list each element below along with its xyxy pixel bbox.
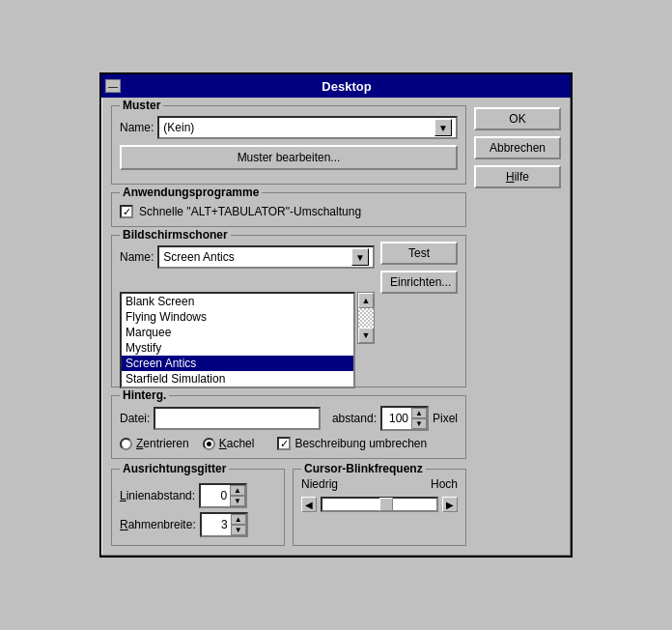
rahmenbreite-spinner[interactable]: ▲ ▼ (231, 514, 246, 535)
beschreibung-row: ✓ Beschreibung umbrechen (277, 437, 427, 450)
bildschirmschoner-group: Bildschirmschoner Name: Screen Antics ▼ (111, 235, 466, 387)
left-panel: Muster Name: (Kein) ▼ Muster bearbeiten.… (111, 105, 466, 546)
niedrig-hoch-labels: Niedrig Hoch (301, 477, 458, 491)
muster-name-select[interactable]: (Kein) ▼ (157, 116, 458, 139)
cursor-blinkfrequenz-group: Cursor-Blinkfrequenz Niedrig Hoch ◀ ▶ (293, 469, 466, 546)
muster-name-row: Name: (Kein) ▼ (120, 116, 458, 139)
cursor-blinkfrequenz-label: Cursor-Blinkfrequenz (301, 462, 426, 475)
abstand-label: abstand: (332, 412, 377, 425)
alt-tab-label: Schnelle "ALT+TABULATOR"-Umschaltung (139, 205, 361, 218)
kachel-radio[interactable] (203, 438, 215, 450)
ok-button[interactable]: OK (474, 107, 561, 130)
screensaver-name-select[interactable]: Screen Antics ▼ (157, 245, 375, 269)
alt-tab-row: ✓ Schnelle "ALT+TABULATOR"-Umschaltung (120, 205, 458, 218)
dropdown-item-blank[interactable]: Blank Screen (122, 294, 353, 309)
abstand-value: 100 (382, 411, 411, 426)
spin-down-rahmen[interactable]: ▼ (231, 525, 246, 535)
linienabstand-input[interactable]: 0 ▲ ▼ (199, 483, 247, 508)
bottom-section: Ausrichtungsgitter Linienabstand: 0 ▲ ▼ … (111, 469, 466, 546)
linienabstand-label: Linienabstand: (120, 489, 195, 502)
muster-group: Muster Name: (Kein) ▼ Muster bearbeiten.… (111, 105, 466, 185)
test-button[interactable]: Test (380, 242, 458, 265)
spin-down-linien[interactable]: ▼ (230, 496, 245, 506)
dropdown-item-starfield[interactable]: Starfield Simulation (122, 371, 353, 387)
spin-up-rahmen[interactable]: ▲ (231, 514, 246, 525)
window-body: Muster Name: (Kein) ▼ Muster bearbeiten.… (101, 98, 571, 556)
slider-left-btn[interactable]: ◀ (301, 497, 317, 512)
bildschirmschoner-label: Bildschirmschoner (120, 228, 231, 242)
right-buttons-panel: OK Abbrechen Hilfe (474, 105, 561, 546)
spin-up[interactable]: ▲ (411, 408, 427, 418)
muster-name-label: Name: (120, 121, 154, 134)
screensaver-dropdown-arrow[interactable]: ▼ (351, 248, 369, 266)
position-row: Zentrieren Kachel ✓ Beschreibung umbrech… (120, 437, 458, 450)
slider-right-btn[interactable]: ▶ (442, 497, 458, 512)
niedrig-label: Niedrig (301, 477, 338, 491)
einrichten-button[interactable]: Einrichten... (380, 271, 458, 294)
hilfe-button[interactable]: Hilfe (474, 165, 561, 188)
title-bar: — Desktop (101, 74, 571, 98)
alt-tab-checkbox[interactable]: ✓ (120, 205, 133, 218)
datei-label: Datei: (120, 412, 150, 425)
rahmenbreite-label: Rahmenbreite: (120, 518, 196, 531)
cursor-slider-container[interactable]: ◀ ▶ (301, 497, 458, 512)
screensaver-dropdown[interactable]: Blank Screen Flying Windows Marquee Myst… (120, 292, 355, 388)
beschreibung-checkbox[interactable]: ✓ (277, 437, 291, 450)
linienabstand-value: 0 (201, 488, 230, 503)
screensaver-name-label: Name: (120, 250, 154, 264)
abstand-spinner[interactable]: ▲ ▼ (411, 408, 427, 429)
zentrieren-option[interactable]: Zentrieren (120, 437, 189, 450)
anwendungsprogramme-group: Anwendungsprogramme ✓ Schnelle "ALT+TABU… (111, 192, 466, 227)
kachel-option[interactable]: Kachel (203, 437, 255, 450)
dropdown-item-marquee[interactable]: Marquee (122, 325, 353, 340)
pixel-label: Pixel (433, 412, 458, 425)
muster-name-value: (Kein) (163, 121, 194, 134)
spin-down[interactable]: ▼ (411, 418, 427, 429)
desktop-dialog: — Desktop Muster Name: (Kein) ▼ Muster b… (99, 72, 573, 558)
scroll-up-btn[interactable]: ▲ (358, 293, 374, 308)
screensaver-scrollbar[interactable]: ▲ ▼ (357, 292, 375, 344)
linienabstand-spinner[interactable]: ▲ ▼ (230, 485, 245, 506)
abstand-row: abstand: 100 ▲ ▼ Pixel (332, 406, 458, 431)
abstand-input[interactable]: 100 ▲ ▼ (380, 406, 429, 431)
rahmenbreite-input[interactable]: 3 ▲ ▼ (200, 512, 248, 537)
zentrieren-label: Zentrieren (136, 437, 189, 450)
cursor-slider-thumb[interactable] (379, 498, 393, 511)
spin-up-linien[interactable]: ▲ (230, 485, 245, 496)
system-menu-icon[interactable]: — (105, 79, 121, 93)
kachel-label: Kachel (219, 437, 255, 450)
dropdown-item-flying[interactable]: Flying Windows (122, 309, 353, 325)
datei-row: Datei: abstand: 100 ▲ ▼ Pixe (120, 406, 458, 431)
muster-edit-button[interactable]: Muster bearbeiten... (120, 145, 458, 170)
muster-dropdown-arrow[interactable]: ▼ (434, 119, 452, 136)
zentrieren-radio[interactable] (120, 438, 132, 450)
scroll-track (358, 308, 374, 328)
hoch-label: Hoch (431, 477, 458, 491)
hintergrund-group: Hinterg. Datei: abstand: 100 ▲ ▼ (111, 395, 466, 459)
scroll-down-btn[interactable]: ▼ (358, 328, 374, 343)
dropdown-item-mystify[interactable]: Mystify (122, 340, 353, 356)
cursor-slider-track[interactable] (321, 497, 438, 512)
datei-select[interactable] (154, 407, 321, 430)
ausrichtungsgitter-label: Ausrichtungsgitter (120, 462, 229, 475)
linienabstand-row: Linienabstand: 0 ▲ ▼ (120, 483, 276, 508)
screensaver-name-value: Screen Antics (163, 250, 234, 264)
screensaver-name-row: Name: Screen Antics ▼ (120, 245, 375, 269)
hintergrund-label: Hinterg. (120, 388, 169, 402)
anwendungsprogramme-label: Anwendungsprogramme (120, 186, 262, 199)
rahmenbreite-row: Rahmenbreite: 3 ▲ ▼ (120, 512, 276, 537)
ausrichtungsgitter-group: Ausrichtungsgitter Linienabstand: 0 ▲ ▼ … (111, 469, 285, 546)
window-title: Desktop (126, 79, 567, 94)
kachel-radio-dot (207, 442, 211, 446)
dropdown-item-screen-antics[interactable]: Screen Antics (122, 356, 353, 371)
rahmenbreite-value: 3 (202, 517, 231, 532)
abbrechen-button[interactable]: Abbrechen (474, 136, 561, 159)
beschreibung-label: Beschreibung umbrechen (294, 437, 427, 450)
muster-label: Muster (120, 99, 163, 112)
